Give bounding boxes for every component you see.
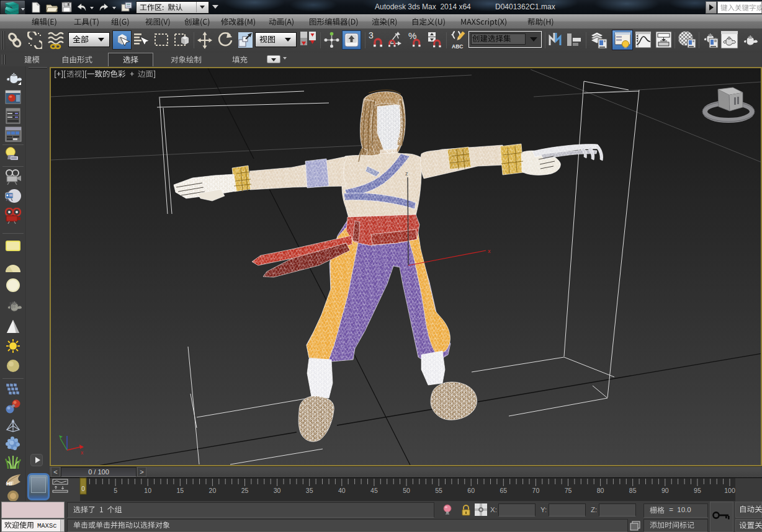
svg-text:90: 90 [661,487,669,494]
svg-text:65: 65 [500,487,507,494]
svg-text:0: 0 [81,485,85,492]
svg-text:50: 50 [403,487,410,494]
svg-text:40: 40 [338,487,346,494]
svg-text:25: 25 [241,487,249,494]
svg-text:45: 45 [370,487,378,494]
svg-text:55: 55 [435,487,442,494]
svg-text:z: z [405,171,408,177]
svg-text:80: 80 [597,487,604,494]
svg-text:5: 5 [114,487,117,494]
svg-text:x: x [81,450,84,456]
svg-text:75: 75 [565,487,572,494]
svg-text:60: 60 [467,487,475,494]
svg-text:ABC: ABC [452,43,463,50]
svg-text:70: 70 [532,487,540,494]
svg-text:3: 3 [369,31,374,40]
svg-text:95: 95 [694,487,701,494]
svg-text:30: 30 [274,487,281,494]
svg-text:10: 10 [144,487,151,494]
svg-text:85: 85 [629,487,637,494]
svg-text:x: x [488,248,491,254]
svg-text:100: 100 [724,487,735,494]
svg-text:15: 15 [176,487,184,494]
svg-text:20: 20 [209,487,217,494]
svg-text:35: 35 [306,487,313,494]
svg-text:HF: HF [6,481,14,487]
